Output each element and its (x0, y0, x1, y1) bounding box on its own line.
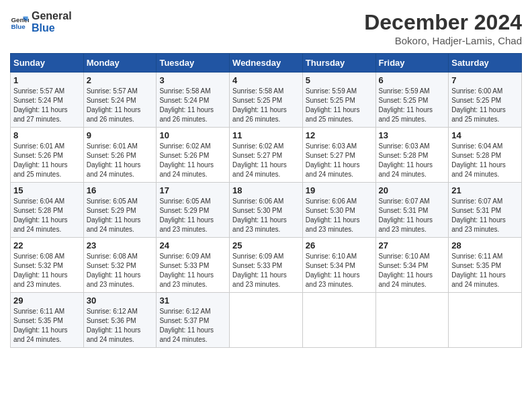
table-row: 31Sunrise: 6:12 AMSunset: 5:37 PMDayligh… (157, 293, 230, 348)
table-row: 10Sunrise: 6:02 AMSunset: 5:26 PMDayligh… (157, 128, 230, 183)
table-row: 28Sunrise: 6:11 AMSunset: 5:35 PMDayligh… (449, 238, 522, 293)
table-row: 29Sunrise: 6:11 AMSunset: 5:35 PMDayligh… (11, 293, 84, 348)
header-monday: Monday (83, 54, 157, 73)
day-number: 28 (451, 240, 519, 250)
table-row: 13Sunrise: 6:03 AMSunset: 5:28 PMDayligh… (375, 128, 449, 183)
day-number: 21 (451, 185, 519, 195)
day-number: 23 (87, 240, 154, 250)
day-number: 24 (159, 240, 226, 250)
logo: General Blue General Blue (10, 10, 72, 34)
day-info: Sunrise: 6:02 AMSunset: 5:26 PMDaylight:… (159, 142, 226, 179)
day-number: 30 (87, 295, 154, 306)
day-number: 9 (87, 130, 154, 140)
day-info: Sunrise: 6:06 AMSunset: 5:30 PMDaylight:… (306, 197, 373, 234)
day-number: 25 (232, 240, 300, 250)
day-number: 26 (306, 240, 373, 250)
calendar-week-5: 29Sunrise: 6:11 AMSunset: 5:35 PMDayligh… (11, 293, 522, 348)
day-number: 1 (13, 75, 81, 85)
table-row: 12Sunrise: 6:03 AMSunset: 5:27 PMDayligh… (302, 128, 375, 183)
table-row (302, 293, 375, 348)
day-info: Sunrise: 6:12 AMSunset: 5:37 PMDaylight:… (159, 307, 226, 345)
table-row: 17Sunrise: 6:05 AMSunset: 5:29 PMDayligh… (157, 183, 230, 238)
calendar-week-1: 1Sunrise: 5:57 AMSunset: 5:24 PMDaylight… (11, 73, 522, 128)
day-number: 5 (306, 75, 373, 85)
table-row: 23Sunrise: 6:08 AMSunset: 5:32 PMDayligh… (83, 238, 157, 293)
location: Bokoro, Hadjer-Lamis, Chad (364, 35, 522, 46)
day-number: 11 (232, 130, 300, 140)
table-row: 2Sunrise: 5:57 AMSunset: 5:24 PMDaylight… (83, 73, 157, 128)
table-row: 5Sunrise: 5:59 AMSunset: 5:25 PMDaylight… (302, 73, 375, 128)
calendar-week-2: 8Sunrise: 6:01 AMSunset: 5:26 PMDaylight… (11, 128, 522, 183)
table-row: 18Sunrise: 6:06 AMSunset: 5:30 PMDayligh… (230, 183, 303, 238)
day-info: Sunrise: 6:10 AMSunset: 5:34 PMDaylight:… (379, 252, 446, 289)
day-info: Sunrise: 5:58 AMSunset: 5:25 PMDaylight:… (232, 87, 300, 124)
table-row: 15Sunrise: 6:04 AMSunset: 5:28 PMDayligh… (11, 183, 84, 238)
table-row: 8Sunrise: 6:01 AMSunset: 5:26 PMDaylight… (11, 128, 84, 183)
header-saturday: Saturday (449, 54, 522, 73)
page-header: General Blue General Blue December 2024 … (10, 10, 522, 46)
table-row: 21Sunrise: 6:07 AMSunset: 5:31 PMDayligh… (449, 183, 522, 238)
calendar-table: Sunday Monday Tuesday Wednesday Thursday… (10, 53, 522, 348)
day-info: Sunrise: 6:04 AMSunset: 5:28 PMDaylight:… (13, 197, 81, 234)
table-row (375, 293, 449, 348)
table-row: 14Sunrise: 6:04 AMSunset: 5:28 PMDayligh… (449, 128, 522, 183)
day-info: Sunrise: 6:11 AMSunset: 5:35 PMDaylight:… (13, 307, 81, 345)
day-info: Sunrise: 6:04 AMSunset: 5:28 PMDaylight:… (451, 142, 519, 179)
header-tuesday: Tuesday (157, 54, 230, 73)
day-number: 3 (159, 75, 226, 85)
day-number: 12 (306, 130, 373, 140)
day-info: Sunrise: 6:01 AMSunset: 5:26 PMDaylight:… (13, 142, 81, 179)
table-row: 20Sunrise: 6:07 AMSunset: 5:31 PMDayligh… (375, 183, 449, 238)
day-info: Sunrise: 6:02 AMSunset: 5:27 PMDaylight:… (232, 142, 300, 179)
calendar-header-row: Sunday Monday Tuesday Wednesday Thursday… (11, 54, 522, 73)
day-number: 8 (13, 130, 81, 140)
day-info: Sunrise: 5:57 AMSunset: 5:24 PMDaylight:… (87, 87, 154, 124)
day-number: 15 (13, 185, 81, 195)
header-sunday: Sunday (11, 54, 84, 73)
day-info: Sunrise: 6:05 AMSunset: 5:29 PMDaylight:… (87, 197, 154, 234)
day-info: Sunrise: 6:11 AMSunset: 5:35 PMDaylight:… (451, 252, 519, 289)
table-row: 22Sunrise: 6:08 AMSunset: 5:32 PMDayligh… (11, 238, 84, 293)
day-number: 19 (306, 185, 373, 195)
svg-text:Blue: Blue (11, 22, 26, 30)
logo-icon: General Blue (10, 13, 29, 32)
table-row: 3Sunrise: 5:58 AMSunset: 5:24 PMDaylight… (157, 73, 230, 128)
day-info: Sunrise: 6:09 AMSunset: 5:33 PMDaylight:… (232, 252, 300, 289)
day-info: Sunrise: 6:08 AMSunset: 5:32 PMDaylight:… (13, 252, 81, 289)
day-number: 20 (379, 185, 446, 195)
day-number: 22 (13, 240, 81, 250)
table-row: 26Sunrise: 6:10 AMSunset: 5:34 PMDayligh… (302, 238, 375, 293)
day-info: Sunrise: 6:12 AMSunset: 5:36 PMDaylight:… (87, 307, 154, 345)
calendar-week-4: 22Sunrise: 6:08 AMSunset: 5:32 PMDayligh… (11, 238, 522, 293)
table-row: 4Sunrise: 5:58 AMSunset: 5:25 PMDaylight… (230, 73, 303, 128)
day-info: Sunrise: 6:03 AMSunset: 5:28 PMDaylight:… (379, 142, 446, 179)
table-row (449, 293, 522, 348)
day-info: Sunrise: 5:58 AMSunset: 5:24 PMDaylight:… (159, 87, 226, 124)
header-thursday: Thursday (302, 54, 375, 73)
day-info: Sunrise: 6:07 AMSunset: 5:31 PMDaylight:… (451, 197, 519, 234)
table-row: 7Sunrise: 6:00 AMSunset: 5:25 PMDaylight… (449, 73, 522, 128)
day-number: 16 (87, 185, 154, 195)
day-number: 18 (232, 185, 300, 195)
day-info: Sunrise: 5:59 AMSunset: 5:25 PMDaylight:… (306, 87, 373, 124)
day-info: Sunrise: 6:10 AMSunset: 5:34 PMDaylight:… (306, 252, 373, 289)
table-row (230, 293, 303, 348)
day-number: 2 (87, 75, 154, 85)
day-info: Sunrise: 6:09 AMSunset: 5:33 PMDaylight:… (159, 252, 226, 289)
table-row: 1Sunrise: 5:57 AMSunset: 5:24 PMDaylight… (11, 73, 84, 128)
day-info: Sunrise: 6:03 AMSunset: 5:27 PMDaylight:… (306, 142, 373, 179)
table-row: 16Sunrise: 6:05 AMSunset: 5:29 PMDayligh… (83, 183, 157, 238)
day-number: 7 (451, 75, 519, 85)
table-row: 25Sunrise: 6:09 AMSunset: 5:33 PMDayligh… (230, 238, 303, 293)
day-number: 10 (159, 130, 226, 140)
day-number: 6 (379, 75, 446, 85)
day-number: 4 (232, 75, 300, 85)
day-info: Sunrise: 5:59 AMSunset: 5:25 PMDaylight:… (379, 87, 446, 124)
header-wednesday: Wednesday (230, 54, 303, 73)
day-info: Sunrise: 6:01 AMSunset: 5:26 PMDaylight:… (87, 142, 154, 179)
table-row: 11Sunrise: 6:02 AMSunset: 5:27 PMDayligh… (230, 128, 303, 183)
logo-general: General (32, 10, 72, 22)
calendar-week-3: 15Sunrise: 6:04 AMSunset: 5:28 PMDayligh… (11, 183, 522, 238)
day-info: Sunrise: 6:05 AMSunset: 5:29 PMDaylight:… (159, 197, 226, 234)
day-info: Sunrise: 6:08 AMSunset: 5:32 PMDaylight:… (87, 252, 154, 289)
